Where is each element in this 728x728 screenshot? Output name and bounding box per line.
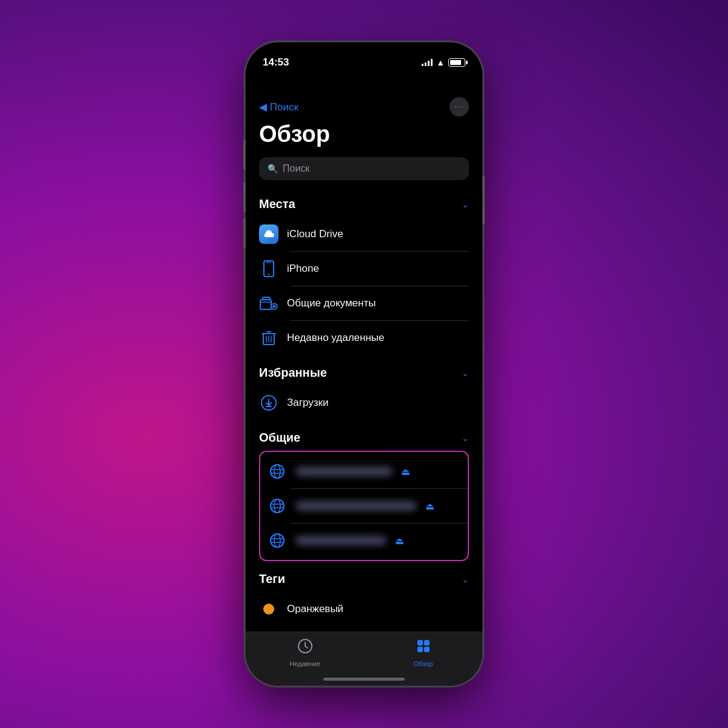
- places-section: Места ⌄ iCloud Drive: [259, 197, 469, 355]
- dynamic-island: [328, 70, 400, 92]
- globe-icon-1: [268, 462, 287, 481]
- tab-browse-label: Обзор: [414, 660, 433, 667]
- tab-recent-icon: [297, 638, 313, 658]
- search-bar[interactable]: 🔍 Поиск: [259, 157, 469, 180]
- orange-dot-icon: [259, 599, 278, 619]
- globe-icon-3: [268, 531, 287, 550]
- shared-item-2[interactable]: ⏏: [260, 489, 468, 523]
- more-button[interactable]: ···: [450, 97, 469, 116]
- trash-icon: [259, 328, 278, 348]
- svg-point-20: [274, 499, 280, 513]
- favorites-title: Избранные: [259, 366, 327, 380]
- svg-rect-29: [417, 640, 423, 645]
- shared-item-3[interactable]: ⏏: [260, 524, 468, 558]
- recently-deleted-item[interactable]: Недавно удаленные: [259, 321, 469, 355]
- back-button[interactable]: ◀ Поиск: [259, 101, 298, 113]
- favorites-section-header: Избранные ⌄: [259, 366, 469, 380]
- svg-rect-3: [260, 300, 271, 309]
- places-section-header: Места ⌄: [259, 197, 469, 211]
- search-placeholder: Поиск: [283, 163, 309, 174]
- svg-rect-32: [424, 647, 430, 652]
- search-icon: 🔍: [268, 164, 278, 174]
- home-indicator: [323, 678, 405, 681]
- svg-point-15: [271, 465, 284, 478]
- svg-rect-31: [417, 647, 423, 652]
- eject-icon-1[interactable]: ⏏: [401, 466, 410, 477]
- icloud-drive-item[interactable]: iCloud Drive: [259, 217, 469, 251]
- eject-icon-2[interactable]: ⏏: [425, 500, 434, 512]
- content-area: Обзор 🔍 Поиск Места ⌄: [246, 119, 482, 632]
- shared-item-1[interactable]: ⏏: [260, 454, 468, 488]
- shared-docs-item[interactable]: Общие документы: [259, 286, 469, 320]
- svg-point-19: [271, 499, 284, 513]
- tab-browse[interactable]: Обзор: [364, 638, 482, 667]
- svg-point-23: [271, 534, 284, 547]
- status-time: 14:53: [263, 56, 289, 69]
- downloads-item[interactable]: Загрузки: [259, 386, 469, 420]
- shared-item-1-label: [295, 467, 393, 476]
- tags-section: Теги ⌄ Оранжевый: [259, 572, 469, 626]
- icloud-drive-label: iCloud Drive: [287, 228, 469, 240]
- places-chevron-icon[interactable]: ⌄: [462, 200, 469, 209]
- shared-docs-label: Общие документы: [287, 297, 469, 309]
- nav-bar: ◀ Поиск ···: [246, 92, 482, 119]
- shared-item-3-label: [295, 536, 386, 545]
- shared-section: Общие ⌄: [259, 431, 469, 561]
- svg-rect-30: [424, 640, 430, 645]
- places-title: Места: [259, 197, 295, 211]
- status-bar: 14:53 ▲: [246, 42, 482, 74]
- svg-point-24: [274, 534, 280, 547]
- svg-point-27: [263, 604, 274, 615]
- shared-title: Общие: [259, 431, 300, 445]
- tab-recent[interactable]: Недавние: [246, 638, 364, 667]
- recently-deleted-label: Недавно удаленные: [287, 332, 469, 344]
- iphone-icon: [259, 259, 278, 278]
- tags-chevron-icon[interactable]: ⌄: [462, 575, 469, 584]
- iphone-frame: 14:53 ▲ ◀ Поиск ···: [246, 42, 482, 686]
- svg-point-2: [268, 274, 269, 275]
- orange-tag-label: Оранжевый: [287, 603, 469, 615]
- downloads-label: Загрузки: [287, 397, 469, 409]
- tags-title: Теги: [259, 572, 285, 586]
- favorites-section: Избранные ⌄ Загрузки: [259, 366, 469, 420]
- shared-docs-icon: [259, 294, 278, 313]
- signal-icon: [422, 59, 433, 66]
- tab-browse-icon: [416, 638, 431, 658]
- shared-chevron-icon[interactable]: ⌄: [462, 433, 469, 443]
- icloud-icon: [259, 224, 278, 244]
- battery-icon: [448, 58, 465, 67]
- page-title: Обзор: [259, 121, 469, 147]
- globe-icon-2: [268, 496, 287, 516]
- phone-screen: 14:53 ▲ ◀ Поиск ···: [246, 42, 482, 686]
- svg-point-16: [274, 465, 280, 478]
- status-icons: ▲: [422, 58, 465, 67]
- download-icon: [259, 393, 278, 413]
- iphone-item[interactable]: iPhone: [259, 252, 469, 286]
- iphone-label: iPhone: [287, 263, 469, 275]
- shared-item-2-label: [295, 501, 417, 511]
- eject-icon-3[interactable]: ⏏: [395, 535, 404, 547]
- favorites-chevron-icon[interactable]: ⌄: [462, 368, 469, 378]
- highlighted-shared-items: ⏏ ⏏: [259, 451, 469, 561]
- orange-tag-item[interactable]: Оранжевый: [259, 592, 469, 626]
- more-icon: ···: [454, 101, 464, 112]
- wifi-icon: ▲: [436, 58, 445, 67]
- shared-section-header: Общие ⌄: [259, 431, 469, 445]
- tags-section-header: Теги ⌄: [259, 572, 469, 586]
- tab-recent-label: Недавние: [289, 660, 320, 667]
